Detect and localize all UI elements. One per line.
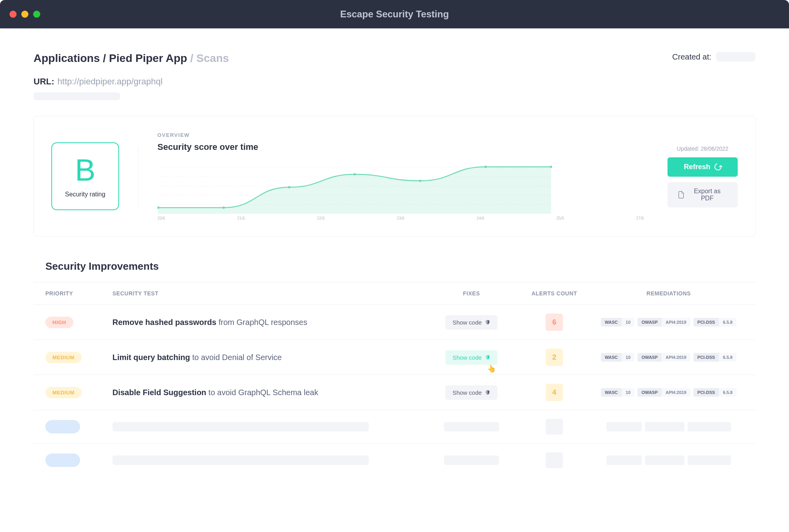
security-rating-box: B Security rating [51,142,119,210]
minimize-button[interactable] [21,11,28,18]
table-row-skeleton [34,443,755,477]
maximize-button[interactable] [33,11,40,18]
alerts-count-badge: 6 [546,314,563,331]
url-value: http://piedpiper.app/graphql [58,77,163,87]
col-fixes: FIXES [428,290,515,297]
skeleton-bar [112,422,369,431]
breadcrumb-page: Scans [196,52,229,64]
remediation-tag: PCI-DSS6.5.8 [694,353,737,362]
export-pdf-button[interactable]: Export as PDF [667,182,738,207]
table-row[interactable]: HIGHRemove hashed passwords from GraphQL… [34,304,755,340]
url-row: URL: http://piedpiper.app/graphql [34,77,755,87]
breadcrumb-root[interactable]: Applications [34,52,100,64]
refresh-icon [713,162,723,172]
remediation-tag: OWASPAPI4:2019 [638,318,690,327]
svg-point-7 [288,186,290,189]
alerts-count-badge: 2 [546,349,563,366]
chart-x-axis: 20/621/622/623/624/625/627/6 [157,216,644,220]
close-button[interactable] [9,11,17,18]
security-test-text: Remove hashed passwords from GraphQL res… [112,318,307,327]
remediation-tag: WASC10 [601,388,634,397]
col-remediations: REMEDIATIONS [594,290,744,297]
col-test: SECURITY TEST [112,290,428,297]
created-at: Created at: [672,52,755,62]
remediation-tag: OWASPAPI4:2019 [638,388,690,397]
window-title: Escape Security Testing [340,9,449,20]
security-test-text: Disable Field Suggestion to avoid GraphQ… [112,388,318,397]
refresh-label: Refresh [684,163,710,171]
updated-at: Updated: 28/06/2022 [677,146,729,152]
table-row-skeleton [34,410,755,443]
remediation-tag: WASC10 [601,353,634,362]
col-alerts: ALERTS COUNT [515,290,594,297]
cursor-icon: 👆 [487,364,496,373]
skeleton-bar [546,419,563,435]
shield-icon [485,389,490,396]
table-row[interactable]: MEDIUMDisable Field Suggestion to avoid … [34,375,755,410]
improvements-table: PRIORITY SECURITY TEST FIXES ALERTS COUN… [34,282,755,477]
svg-point-6 [222,206,225,209]
shield-icon [485,354,490,360]
remediation-group: WASC10OWASPAPI4:2019PCI-DSS6.5.8 [594,318,744,327]
show-code-button[interactable]: Show code [445,315,497,330]
svg-point-10 [484,166,487,168]
shield-icon [485,319,490,325]
improvements-title: Security Improvements [34,260,755,273]
overview-actions: Updated: 28/06/2022 Refresh Export as PD… [667,146,738,207]
skeleton-bar [444,455,499,465]
chart-title: Security score over time [157,142,644,152]
created-at-placeholder [716,52,755,62]
url-sub-placeholder [34,92,120,100]
breadcrumb: Applications / Pied Piper App / Scans [34,52,229,65]
remediation-tag: WASC10 [601,318,634,327]
skeleton-bar [546,452,563,468]
priority-badge: MEDIUM [45,352,82,363]
refresh-button[interactable]: Refresh [667,157,738,177]
security-score-chart [157,159,552,214]
alerts-count-badge: 4 [546,384,563,401]
divider [138,147,138,206]
priority-badge: MEDIUM [45,387,82,398]
remediation-tag: PCI-DSS6.5.8 [694,388,737,397]
export-label: Export as PDF [688,188,727,202]
remediation-group: WASC10OWASPAPI4:2019PCI-DSS6.5.8 [594,388,744,397]
remediation-group: WASC10OWASPAPI4:2019PCI-DSS6.5.8 [594,353,744,362]
created-at-label: Created at: [672,52,711,62]
security-rating-label: Security rating [65,191,105,198]
skeleton-bar [444,422,499,431]
col-priority: PRIORITY [45,290,112,297]
table-row[interactable]: MEDIUMLimit query batching to avoid Deni… [34,340,755,375]
titlebar: Escape Security Testing [0,0,789,28]
chart-area: OVERVIEW Security score over time 20/621… [157,132,644,220]
breadcrumb-app[interactable]: Pied Piper App [109,52,187,64]
overview-card: B Security rating OVERVIEW Security scor… [34,116,755,237]
window-controls [9,11,40,18]
overview-label: OVERVIEW [157,132,644,138]
url-label: URL: [34,77,54,87]
show-code-button[interactable]: Show code [445,385,497,400]
file-icon [679,191,684,198]
svg-point-9 [419,179,421,182]
svg-point-8 [353,173,356,175]
priority-badge: HIGH [45,317,73,328]
skeleton-pill [45,454,80,467]
security-test-text: Limit query batching to avoid Denial of … [112,353,282,362]
remediation-tag: OWASPAPI4:2019 [638,353,690,362]
table-header: PRIORITY SECURITY TEST FIXES ALERTS COUN… [34,282,755,304]
security-rating-grade: B [75,155,95,185]
show-code-button[interactable]: Show code [445,350,497,365]
remediation-tag: PCI-DSS6.5.8 [694,318,737,327]
skeleton-pill [45,420,80,433]
skeleton-bar [112,455,369,465]
